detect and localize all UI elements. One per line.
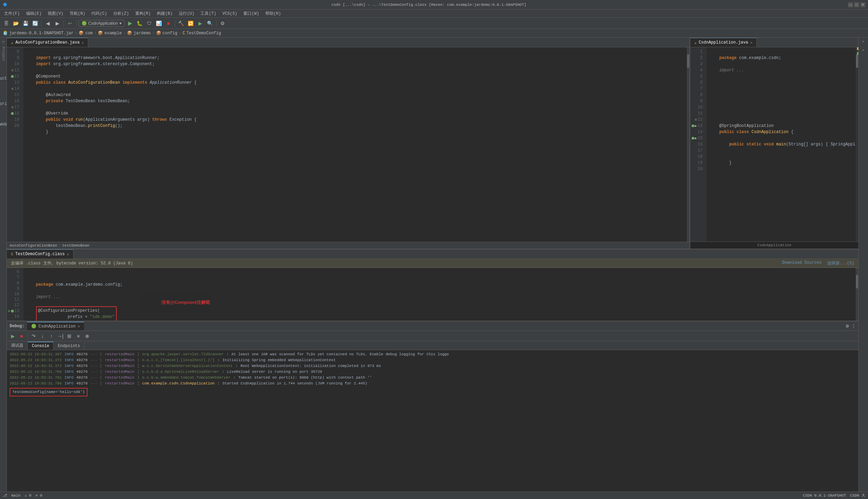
stop-button[interactable]: ■ (164, 19, 173, 27)
profile-button[interactable]: 📊 (155, 19, 163, 27)
log-bracket-3: [ (100, 363, 102, 369)
right-strip-icon-2[interactable]: ▸ (862, 48, 865, 52)
menu-analyze[interactable]: 分析(Z) (111, 10, 132, 17)
menu-edit[interactable]: 编辑(E) (23, 10, 45, 17)
left-code-area: 8 9 10 ⚙ 11 12 (7, 47, 690, 242)
center-area: ☕ AutoConfigurationBean.java ✕ 8 9 10 (7, 38, 858, 491)
decompiled-scrollbar[interactable] (856, 268, 858, 321)
breadcrumb-sep-1: › (75, 31, 77, 36)
back-button[interactable]: ◀ (44, 19, 52, 27)
status-errors[interactable]: ✕ 0 (35, 493, 42, 498)
breadcrumb-example[interactable]: example (104, 31, 121, 36)
settings-button[interactable]: ⚙ (219, 19, 227, 27)
d-gutter-green-13 (11, 310, 14, 312)
tab-testdemoconfig-close[interactable]: ✕ (67, 252, 69, 257)
debug-stepover-button[interactable]: ↷ (30, 332, 37, 340)
debug-stepout-button[interactable]: ↑ (48, 332, 55, 340)
debug-stepinto-button[interactable]: ↓ (39, 332, 46, 340)
debug-toolbar-sep (27, 333, 28, 340)
menu-run[interactable]: 运行(U) (176, 10, 197, 17)
console-line-2: 2022-05-22 16:03:31.372 INFO 49276 --- [… (10, 357, 856, 363)
menu-navigate[interactable]: 导航(N) (67, 10, 88, 17)
decompiled-code-content[interactable]: package com.example.jardemo.config; impo… (23, 268, 856, 321)
gutter-12: 12 (7, 73, 22, 80)
save-button[interactable]: 💾 (21, 19, 30, 27)
menu-window[interactable]: 窗口(W) (241, 10, 262, 17)
d-gutter-13: ⚙ 13 (7, 308, 22, 314)
menu-tools[interactable]: 工具(T) (198, 10, 219, 17)
toolbar: 🗄 📂 💾 🔄 ◀ ▶ ↩ 🟢 CsdnApplication ▾ ▶ 🐛 🛡 … (0, 18, 868, 29)
tab-testdemoconfig[interactable]: C TestDemoConfig.class ✕ (7, 249, 73, 259)
status-git-icon: ⎇ (3, 493, 7, 498)
open-button[interactable]: 📂 (12, 19, 20, 27)
menu-vcs[interactable]: VCS(S) (220, 11, 240, 17)
debug-runtocrsr-button[interactable]: →| (57, 332, 64, 340)
log-sep-6: --- (90, 381, 97, 387)
menu-build[interactable]: 构建(B) (154, 10, 175, 17)
debug-tab-console[interactable]: Console (28, 342, 54, 350)
debug-resume-button[interactable]: ▶ (9, 332, 16, 340)
tab-autoconfigurationbean-close[interactable]: ✕ (82, 40, 84, 45)
minimize-button[interactable]: — (848, 2, 853, 7)
select-source-link[interactable]: 选择源...(S) (827, 260, 854, 266)
debug-tab-endpoints[interactable]: Endpoints (54, 342, 84, 350)
tab-csdnapplication-close[interactable]: ✕ (750, 40, 753, 45)
run-button[interactable]: ▶ (126, 19, 134, 27)
debug-button[interactable]: 🐛 (136, 19, 144, 27)
gutter-11: ⚙ 11 (7, 67, 22, 73)
status-warnings[interactable]: ⚠ 0 (24, 493, 31, 498)
breadcrumb-pkg-icon-4: 📦 (156, 31, 161, 36)
web-tab-icon[interactable]: Web (0, 122, 7, 127)
debug-more-icon[interactable]: ⋮ (852, 323, 856, 329)
java-file-icon: ☕ (11, 40, 13, 45)
breadcrumb-config[interactable]: config (163, 31, 177, 36)
right-scrollbar-thumb[interactable] (856, 54, 858, 68)
find-button[interactable]: 🔍 (206, 19, 214, 27)
refresh-button[interactable]: 🔄 (31, 19, 39, 27)
build-button[interactable]: 🔨 (177, 19, 185, 27)
debug-stop-button[interactable]: ■ (18, 332, 25, 340)
project-tab-icon[interactable]: 1: Project (1, 39, 5, 62)
menu-view[interactable]: 视图(V) (45, 10, 66, 17)
debug-settings-icon[interactable]: ⚙ (846, 323, 849, 329)
left-scrollbar[interactable] (687, 47, 690, 242)
menu-file[interactable]: 文件(F) (1, 10, 23, 17)
log-colon-3: : (235, 363, 238, 369)
download-sources-link[interactable]: Download Sources (782, 260, 822, 266)
debug-app-close[interactable]: ✕ (78, 324, 80, 329)
console-content[interactable]: 2022-05-22 16:03:31.367 INFO 49276 --- [… (7, 350, 858, 491)
menu-code[interactable]: 代码(C) (89, 10, 110, 17)
debug-frames-button[interactable]: ≡ (74, 332, 82, 340)
right-strip-icon-1[interactable]: ▸ (862, 39, 865, 44)
restore-button[interactable]: □ (854, 2, 859, 7)
r-gutter-14: 14 (690, 129, 705, 135)
debug-threads-button[interactable]: ⊗ (83, 332, 91, 340)
run2-button[interactable]: ▶ (196, 19, 205, 27)
right-code-content[interactable]: package com.example.csdn; import ... @Sp… (707, 47, 856, 241)
breadcrumb-jardemo[interactable]: jardemo (134, 31, 151, 36)
log-msg-4: LiveReload server is running on port 357… (227, 369, 322, 375)
run-config-selector[interactable]: 🟢 CsdnApplication ▾ (79, 20, 125, 27)
log-bracket-end-3: ] (137, 363, 140, 369)
breadcrumb-jar[interactable]: jardemo-0.0.1-SNAPSHOT.jar (9, 31, 73, 36)
status-branch[interactable]: main (11, 494, 20, 498)
menu-refactor[interactable]: 重构(R) (132, 10, 154, 17)
decompiled-gutter: 6 7 8 9 10 11 12 ⚙ 13 1 (7, 268, 23, 321)
new-file-button[interactable]: 🗄 (2, 19, 10, 27)
debug-app-tab[interactable]: 🟢 CsdnApplication ✕ (27, 322, 84, 330)
log-bracket-end-1: ] (137, 352, 140, 357)
left-code-content[interactable]: import org.springframework.boot.Applicat… (23, 47, 687, 242)
coverage-button[interactable]: 🛡 (145, 19, 153, 27)
breadcrumb-com[interactable]: com (85, 31, 93, 36)
menu-help[interactable]: 帮助(H) (263, 10, 284, 17)
forward-button[interactable]: ▶ (53, 19, 61, 27)
debug-tab-debugger[interactable]: 调试器 (7, 341, 28, 350)
tab-autoconfigurationbean[interactable]: ☕ AutoConfigurationBean.java ✕ (7, 38, 88, 47)
tab-csdnapplication[interactable]: ☕ CsdnApplication.java ✕ (690, 38, 757, 47)
close-button[interactable]: ✕ (860, 2, 865, 7)
sync-button[interactable]: 🔁 (187, 19, 195, 27)
breadcrumb-class[interactable]: TestDemoConfig (186, 31, 221, 36)
undo-button[interactable]: ↩ (66, 19, 74, 27)
debug-eval-button[interactable]: ⊞ (66, 332, 73, 340)
log-level-2: INFO (65, 357, 73, 363)
